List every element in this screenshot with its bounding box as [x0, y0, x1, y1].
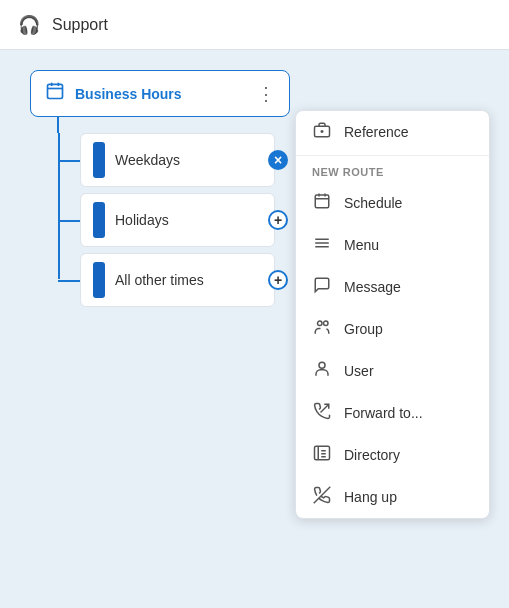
business-hours-card[interactable]: Business Hours ⋮: [30, 70, 290, 117]
user-icon: [312, 360, 332, 382]
page-title: Support: [52, 16, 108, 34]
calendar-icon: [45, 81, 65, 106]
directory-icon: [312, 444, 332, 466]
svg-rect-0: [48, 84, 63, 98]
svg-point-14: [318, 321, 323, 326]
context-menu: Reference NEW ROUTE Schedule: [295, 110, 490, 519]
menu-item-hangup[interactable]: Hang up: [296, 476, 489, 518]
holidays-label: Holidays: [115, 212, 262, 228]
tree-item-holidays: Holidays +: [58, 193, 290, 247]
svg-point-15: [324, 321, 329, 326]
hangup-icon: [312, 486, 332, 508]
menu-item-directory[interactable]: Directory: [296, 434, 489, 476]
business-hours-label: Business Hours: [75, 86, 247, 102]
tree-item-weekdays: Weekdays ×: [58, 133, 290, 187]
all-other-times-connector[interactable]: +: [268, 270, 288, 290]
group-icon: [312, 318, 332, 340]
menu-item-message[interactable]: Message: [296, 266, 489, 308]
menu-icon-symbol: [312, 234, 332, 256]
weekdays-color-block: [93, 142, 105, 178]
plus-icon: +: [274, 213, 282, 227]
holidays-card[interactable]: Holidays +: [80, 193, 275, 247]
schedule-label: Schedule: [344, 195, 402, 211]
tree-connector-line: [57, 117, 59, 133]
weekdays-connector[interactable]: ×: [268, 150, 288, 170]
menu-item-user[interactable]: User: [296, 350, 489, 392]
group-label: Group: [344, 321, 383, 337]
message-icon: [312, 276, 332, 298]
reference-icon: [312, 121, 332, 143]
schedule-icon: [312, 192, 332, 214]
forward-label: Forward to...: [344, 405, 423, 421]
hangup-label: Hang up: [344, 489, 397, 505]
message-label: Message: [344, 279, 401, 295]
top-bar: 🎧 Support: [0, 0, 509, 50]
svg-line-17: [321, 404, 329, 412]
reference-label: Reference: [344, 124, 409, 140]
user-label: User: [344, 363, 374, 379]
menu-item-schedule[interactable]: Schedule: [296, 182, 489, 224]
weekdays-label: Weekdays: [115, 152, 262, 168]
all-other-times-label: All other times: [115, 272, 262, 288]
holidays-connector[interactable]: +: [268, 210, 288, 230]
menu-divider: [296, 155, 489, 156]
tree-item-all-other-times: All other times +: [58, 253, 290, 307]
all-other-times-color-block: [93, 262, 105, 298]
directory-label: Directory: [344, 447, 400, 463]
plus-icon-2: +: [274, 273, 282, 287]
svg-rect-7: [315, 195, 329, 208]
close-icon: ×: [274, 153, 282, 167]
more-options-button[interactable]: ⋮: [257, 83, 275, 105]
menu-label: Menu: [344, 237, 379, 253]
all-other-times-card[interactable]: All other times +: [80, 253, 275, 307]
main-area: Business Hours ⋮ Weekdays × Holidays: [0, 50, 509, 608]
menu-item-reference[interactable]: Reference: [296, 111, 489, 153]
menu-item-menu[interactable]: Menu: [296, 224, 489, 266]
tree-container: Weekdays × Holidays + Al: [58, 133, 290, 307]
forward-icon: [312, 402, 332, 424]
weekdays-card[interactable]: Weekdays ×: [80, 133, 275, 187]
headset-icon: 🎧: [18, 14, 40, 36]
new-route-label: NEW ROUTE: [296, 158, 489, 182]
svg-point-16: [319, 362, 325, 368]
holidays-color-block: [93, 202, 105, 238]
menu-item-group[interactable]: Group: [296, 308, 489, 350]
menu-item-forward[interactable]: Forward to...: [296, 392, 489, 434]
left-panel: Business Hours ⋮ Weekdays × Holidays: [30, 70, 290, 588]
